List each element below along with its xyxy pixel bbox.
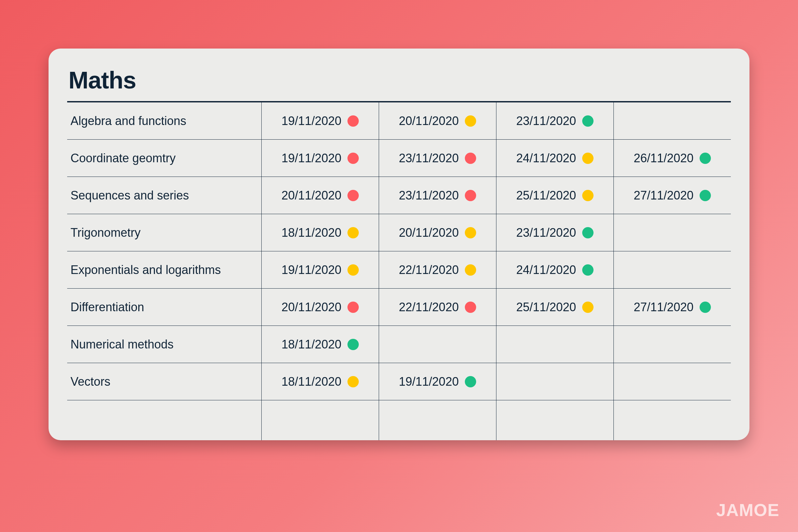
topic-cell [67,400,261,440]
attempt-date: 26/11/2020 [634,151,694,165]
table-row: Numerical methods18/11/2020 [67,326,731,363]
attempt-cell: 22/11/2020 [379,251,496,289]
attempt-cell [613,326,731,363]
attempt-date: 23/11/2020 [516,114,576,128]
attempt-date: 20/11/2020 [282,189,341,203]
attempt-cell [613,363,731,400]
status-dot-red-icon [465,190,476,201]
card-title: Maths [69,66,731,94]
status-dot-red-icon [347,115,359,127]
topic-cell: Algebra and functions [67,102,261,140]
attempt-cell [496,326,613,363]
attempt-cell [379,400,496,440]
table-row: Exponentials and logarithms19/11/202022/… [67,251,731,289]
attempt-cell: 20/11/2020 [379,214,496,251]
attempt-date: 23/11/2020 [399,151,459,165]
topic-cell: Differentiation [67,289,261,326]
topic-cell: Numerical methods [67,326,261,363]
attempt-cell: 26/11/2020 [613,140,731,177]
status-dot-amber-icon [582,153,593,164]
attempt-cell [379,326,496,363]
attempt-cell [613,400,731,440]
status-dot-red-icon [347,190,359,201]
attempt-cell: 23/11/2020 [379,140,496,177]
attempt-cell: 20/11/2020 [379,102,496,140]
attempt-cell: 20/11/2020 [261,177,379,214]
topic-cell: Vectors [67,363,261,400]
status-dot-amber-icon [465,264,476,276]
status-dot-green-icon [700,190,711,201]
status-dot-green-icon [700,302,711,313]
topic-cell: Coordinate geomtry [67,140,261,177]
attempt-cell: 25/11/2020 [496,289,613,326]
attempt-date: 18/11/2020 [282,375,341,389]
status-dot-green-icon [347,339,359,350]
attempt-date: 25/11/2020 [516,189,576,203]
status-dot-amber-icon [582,190,593,201]
attempt-date: 22/11/2020 [399,300,459,314]
attempt-cell: 25/11/2020 [496,177,613,214]
attempt-cell [613,251,731,289]
table-row: Algebra and functions19/11/202020/11/202… [67,102,731,140]
attempt-cell: 27/11/2020 [613,177,731,214]
status-dot-red-icon [347,302,359,313]
attempt-cell [613,214,731,251]
attempt-date: 24/11/2020 [516,151,576,165]
attempt-date: 20/11/2020 [399,114,459,128]
attempt-cell [496,363,613,400]
table-row: Differentiation20/11/202022/11/202025/11… [67,289,731,326]
attempt-date: 22/11/2020 [399,263,459,277]
status-dot-green-icon [582,115,593,127]
table-row: Coordinate geomtry19/11/202023/11/202024… [67,140,731,177]
attempt-cell [613,102,731,140]
attempt-cell: 22/11/2020 [379,289,496,326]
attempt-date: 20/11/2020 [399,226,459,240]
attempt-date: 27/11/2020 [634,189,694,203]
attempt-cell: 19/11/2020 [261,251,379,289]
table-row: Sequences and series20/11/202023/11/2020… [67,177,731,214]
table-row [67,400,731,440]
table-row: Vectors18/11/202019/11/2020 [67,363,731,400]
attempt-cell: 18/11/2020 [261,326,379,363]
status-dot-red-icon [465,302,476,313]
attempt-cell: 18/11/2020 [261,363,379,400]
attempt-date: 19/11/2020 [399,375,459,389]
status-dot-amber-icon [347,264,359,276]
attempt-cell: 23/11/2020 [379,177,496,214]
attempt-date: 23/11/2020 [399,189,459,203]
progress-table: Algebra and functions19/11/202020/11/202… [67,101,731,440]
attempt-date: 20/11/2020 [282,300,341,314]
status-dot-amber-icon [582,302,593,313]
attempt-cell: 24/11/2020 [496,140,613,177]
status-dot-amber-icon [347,227,359,239]
attempt-cell: 19/11/2020 [261,102,379,140]
status-dot-amber-icon [465,115,476,127]
brand-watermark: JAMOE [716,500,779,520]
status-dot-red-icon [347,153,359,164]
attempt-date: 18/11/2020 [282,226,341,240]
status-dot-amber-icon [465,227,476,239]
status-dot-green-icon [582,227,593,239]
attempt-cell [496,400,613,440]
status-dot-red-icon [465,153,476,164]
table-row: Trigonometry18/11/202020/11/202023/11/20… [67,214,731,251]
attempt-date: 24/11/2020 [516,263,576,277]
tracker-card: Maths Algebra and functions19/11/202020/… [49,49,749,440]
topic-cell: Exponentials and logarithms [67,251,261,289]
attempt-cell: 19/11/2020 [379,363,496,400]
topic-cell: Trigonometry [67,214,261,251]
status-dot-amber-icon [347,376,359,387]
status-dot-green-icon [700,153,711,164]
attempt-cell: 18/11/2020 [261,214,379,251]
attempt-date: 25/11/2020 [516,300,576,314]
attempt-cell: 27/11/2020 [613,289,731,326]
attempt-date: 27/11/2020 [634,300,694,314]
attempt-date: 19/11/2020 [282,263,341,277]
topic-cell: Sequences and series [67,177,261,214]
attempt-date: 23/11/2020 [516,226,576,240]
attempt-cell: 20/11/2020 [261,289,379,326]
attempt-cell: 23/11/2020 [496,214,613,251]
attempt-cell: 19/11/2020 [261,140,379,177]
attempt-cell: 24/11/2020 [496,251,613,289]
attempt-cell: 23/11/2020 [496,102,613,140]
